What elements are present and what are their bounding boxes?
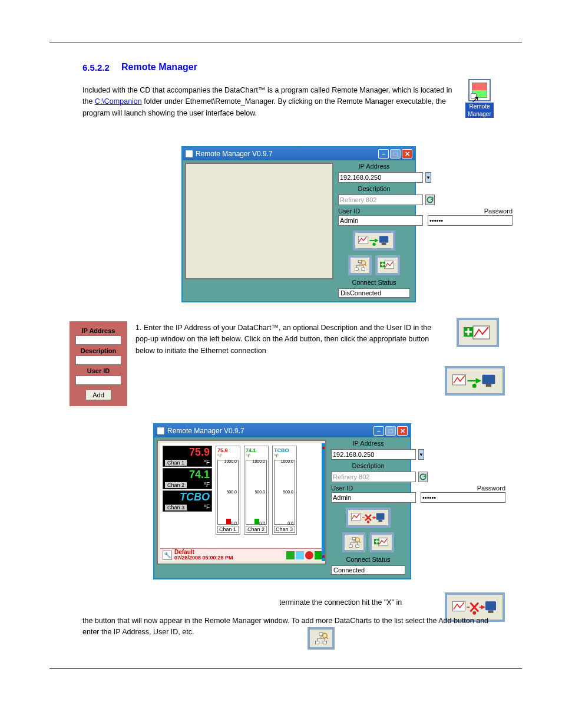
bargraph-1: 75.9 °F 1000.0 500.0 0.0 Chan 1 [216, 446, 240, 535]
channel-readout-1: 75.9 Chan 1°F [163, 446, 212, 467]
svg-marker-30 [481, 605, 486, 610]
maximize-button: □ [390, 149, 401, 159]
password-label: Password [421, 485, 505, 492]
network-tree-button[interactable] [348, 255, 372, 275]
chart-x-pc-icon [351, 511, 386, 524]
svg-marker-14 [476, 378, 481, 383]
window-title: Remote Manager V0.9.7 [167, 427, 244, 435]
recorder-footer: 🔧 Default 07/28/2008 05:00:28 PM [160, 548, 325, 561]
window-title: Remote Manager V0.9.7 [196, 150, 273, 158]
description-select[interactable] [331, 472, 416, 482]
paragraph-1: Included with the CD that accompanies th… [82, 85, 457, 119]
svg-rect-20 [376, 513, 385, 520]
section-title: Remote Manager [121, 62, 197, 73]
description-label: Description [338, 185, 410, 192]
close-button[interactable]: ✕ [402, 149, 412, 159]
password-field[interactable] [428, 215, 513, 226]
network-tree-icon [353, 259, 367, 271]
svg-point-4 [372, 243, 375, 246]
addbox-user-label: User ID [75, 367, 121, 374]
plus-chart-icon [464, 324, 492, 341]
svg-rect-15 [482, 375, 495, 384]
connect-status-value: Connected [331, 565, 405, 575]
maximize-button: □ [385, 426, 396, 436]
disconnect-button[interactable] [346, 508, 391, 528]
icon-caption-line2: Manager [465, 110, 494, 118]
connect-button[interactable] [353, 230, 395, 251]
addbox-ip-label: IP Address [75, 327, 121, 334]
add-recorder-button[interactable] [375, 255, 400, 275]
ip-label: IP Address [338, 163, 410, 170]
side-indicator [322, 443, 325, 561]
terminate-text: terminate the connection hit the "X" in [279, 597, 438, 608]
recorder-screen: 75.9 Chan 1°F 74.1 Chan 2°F TCBO Chan 3°… [160, 443, 325, 561]
section-number: 6.5.2.2 [82, 62, 110, 73]
svg-point-33 [472, 611, 476, 615]
status-icon-2 [296, 551, 304, 559]
connect-status-label: Connect Status [338, 279, 410, 286]
connection-sidepanel: IP Address ▼ Description User ID [336, 160, 412, 301]
svg-rect-3 [382, 243, 386, 245]
companion-folder-link[interactable]: C:\Companion [95, 97, 142, 106]
svg-rect-25 [356, 545, 359, 547]
userid-field[interactable] [331, 492, 416, 503]
connection-sidepanel: IP Address ▼ Description User ID [329, 437, 408, 578]
tool-icon[interactable]: 🔧 [163, 551, 172, 560]
minimize-button[interactable]: – [378, 149, 389, 159]
remote-manager-desktop-icon[interactable]: ↗ Remote Manager [465, 79, 494, 118]
bargraph-2: 74.1 °F 1000.0 500.0 0.0 Chan 2 [244, 446, 269, 535]
chart-to-pc-icon [452, 372, 498, 390]
description-select[interactable] [338, 195, 423, 205]
svg-rect-16 [486, 384, 491, 387]
userid-field[interactable] [338, 215, 423, 226]
refresh-button[interactable] [418, 472, 428, 482]
remote-manager-window-disconnected: Remote Manager V0.9.7 – □ ✕ IP Address ▼… [181, 146, 416, 302]
addbox-user-input[interactable] [75, 375, 121, 385]
refresh-icon [419, 473, 427, 481]
svg-rect-21 [379, 520, 382, 522]
channel-readout-list: 75.9 Chan 1°F 74.1 Chan 2°F TCBO Chan 3°… [163, 446, 212, 513]
userid-label: User ID [331, 485, 416, 492]
addbox-desc-input[interactable] [75, 355, 121, 365]
status-icon-1 [286, 551, 295, 559]
svg-rect-6 [355, 268, 358, 270]
chart-shortcut-icon: ↗ [468, 79, 491, 101]
svg-rect-7 [362, 268, 365, 270]
svg-rect-35 [316, 641, 319, 644]
titlebar[interactable]: Remote Manager V0.9.7 – □ ✕ [183, 147, 415, 160]
add-recorder-popup: IP Address Description User ID Add [70, 321, 127, 406]
addbox-ip-input[interactable] [75, 335, 121, 345]
description-label: Description [331, 462, 405, 469]
refresh-button[interactable] [425, 195, 435, 205]
footer-stamp: Default 07/28/2008 05:00:28 PM [174, 549, 233, 561]
password-field[interactable] [421, 492, 505, 503]
connect-icon-inline [445, 366, 505, 396]
svg-rect-36 [323, 641, 326, 644]
step-1-text: 1. Enter the IP Address of your DataChar… [135, 322, 442, 357]
record-icon [305, 551, 313, 559]
app-icon [157, 427, 165, 435]
add-recorder-button[interactable] [369, 532, 394, 552]
close-button[interactable]: ✕ [397, 426, 408, 436]
remote-manager-window-connected: Remote Manager V0.9.7 – □ ✕ 75.9 Chan 1°… [153, 423, 411, 579]
icon-caption-line1: Remote [465, 103, 494, 110]
svg-point-17 [472, 384, 477, 388]
minimize-button[interactable]: – [373, 426, 384, 436]
paragraph-3-rest: the button that will now appear in the R… [82, 615, 507, 638]
addbox-desc-label: Description [75, 347, 121, 354]
ip-select[interactable] [338, 172, 423, 183]
addbox-add-button[interactable]: Add [85, 390, 111, 400]
ip-dropdown-button[interactable]: ▼ [418, 449, 424, 460]
chart-to-pc-icon [358, 234, 391, 247]
ip-label: IP Address [331, 440, 405, 447]
ip-select[interactable] [331, 449, 416, 460]
bargraph-3: TCBO °F 1000.0 500.0 0.0 Chan 3 [272, 446, 297, 535]
plus-chart-icon [374, 536, 389, 548]
refresh-icon [426, 196, 434, 204]
network-tree-button[interactable] [342, 532, 366, 552]
userid-label: User ID [338, 207, 423, 215]
network-tree-icon [347, 536, 361, 548]
ip-dropdown-button[interactable]: ▼ [425, 172, 431, 183]
preview-canvas-connected: 75.9 Chan 1°F 74.1 Chan 2°F TCBO Chan 3°… [157, 440, 326, 565]
titlebar[interactable]: Remote Manager V0.9.7 – □ ✕ [154, 424, 410, 437]
